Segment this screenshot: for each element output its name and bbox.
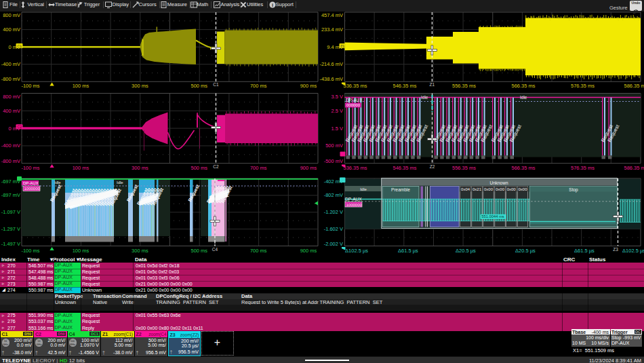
svg-text:Z2: Z2 [430, 164, 435, 169]
svg-text:i: i [272, 1, 273, 7]
svg-text:C4: C4 [212, 247, 218, 252]
svg-text:DP-AUX: DP-AUX [345, 197, 362, 202]
svg-text:-1.497 V: -1.497 V [1, 241, 20, 247]
svg-text:0x00: 0x00 [484, 187, 494, 191]
svg-text:546.35 ms: 546.35 ms [393, 83, 416, 89]
svg-text:300 ms: 300 ms [132, 83, 148, 89]
svg-text:Δ102.5 µs: Δ102.5 µs [622, 248, 644, 254]
svg-text:500 ms: 500 ms [190, 248, 207, 254]
svg-text:C1: C1 [213, 82, 219, 87]
svg-text:Z1: Z1 [430, 82, 435, 87]
svg-text:700 ms: 700 ms [250, 248, 267, 254]
svg-text:100 ms: 100 ms [73, 248, 89, 254]
svg-text:-802 mV: -802 mV [324, 192, 343, 198]
svg-text:0 mV: 0 mV [8, 126, 20, 132]
svg-text:-400 mV: -400 mV [1, 142, 20, 149]
svg-text:500 ms: 500 ms [190, 165, 207, 171]
svg-text:-100 ms: -100 ms [21, 248, 39, 254]
svg-text:Idle: Idle [117, 180, 123, 185]
svg-text:Δ102.5 µs: Δ102.5 µs [345, 248, 368, 254]
svg-text:800 mV: 800 mV [3, 94, 20, 100]
svg-text:700 ms: 700 ms [250, 83, 267, 89]
svg-text:300 ms: 300 ms [132, 248, 148, 254]
svg-text:3.5 V: 3.5 V [331, 94, 343, 100]
svg-text:-214.6 mV: -214.6 mV [319, 61, 343, 67]
svg-text:556.35 ms: 556.35 ms [452, 83, 476, 89]
svg-text:900 ms: 900 ms [300, 248, 317, 254]
svg-text:-1.602 V: -1.602 V [324, 226, 343, 232]
svg-text:556.35 ms: 556.35 ms [452, 165, 476, 171]
svg-text:-2.002 V: -2.002 V [324, 241, 343, 247]
svg-text:Z3: Z3 [613, 247, 618, 252]
svg-text:-1.202 V: -1.202 V [324, 209, 343, 215]
svg-text:Idle: Idle [421, 95, 428, 100]
svg-text:Idle: Idle [360, 187, 367, 191]
svg-text:586.35 ms: 586.35 ms [624, 165, 644, 171]
svg-text:Idle: Idle [54, 180, 61, 185]
svg-text:0x00: 0x00 [507, 187, 517, 191]
svg-text:0 mV: 0 mV [8, 44, 20, 50]
svg-text:546.35 ms: 546.35 ms [393, 165, 416, 171]
svg-text:400 mV: 400 mV [3, 108, 20, 114]
svg-text:-100 ms: -100 ms [21, 165, 39, 171]
svg-text:566.35 ms: 566.35 ms [511, 165, 535, 171]
svg-text:576.35 ms: 576.35 ms [571, 165, 595, 171]
svg-text:586.35 ms: 586.35 ms [624, 83, 644, 89]
svg-text:500 ms: 500 ms [190, 83, 207, 89]
svg-text:-1.297 V: -1.297 V [1, 226, 20, 232]
svg-text:Δ20.5 µs: Δ20.5 µs [456, 248, 476, 254]
svg-text:400 mV: 400 mV [3, 26, 20, 33]
svg-text:Stop: Stop [569, 187, 578, 193]
svg-text:-500 mV: -500 mV [324, 158, 343, 164]
svg-text:-402 mV: -402 mV [324, 178, 343, 185]
svg-text:900 ms: 900 ms [300, 165, 317, 171]
svg-text:Preamble: Preamble [391, 187, 410, 192]
svg-text:-400 mV: -400 mV [1, 61, 20, 67]
svg-text:0x21: 0x21 [472, 187, 482, 191]
svg-text:DP-AUX: DP-AUX [346, 98, 363, 102]
svg-text:0x04: 0x04 [461, 187, 470, 191]
svg-text:576.35 ms: 576.35 ms [571, 83, 595, 89]
svg-text:900 ms: 900 ms [300, 83, 317, 89]
svg-text:233.4 mV: 233.4 mV [321, 26, 343, 33]
svg-text:536.35 ms: 536.35 ms [343, 165, 367, 171]
svg-text:1000000: 1000000 [346, 203, 363, 207]
svg-text:-438.6 mV: -438.6 mV [319, 76, 343, 82]
svg-text:1000000: 1000000 [24, 187, 41, 191]
svg-text:566.35 ms: 566.35 ms [511, 83, 535, 89]
svg-text:457.4 mV: 457.4 mV [321, 12, 343, 18]
svg-text:Unknown: Unknown [489, 180, 508, 185]
svg-text:-697 mV: -697 mV [1, 178, 20, 185]
svg-text:-800 mV: -800 mV [1, 76, 20, 82]
svg-text:0x00: 0x00 [496, 187, 505, 191]
svg-text:C2: C2 [213, 164, 219, 169]
svg-text:0x00: 0x00 [518, 187, 527, 191]
svg-text:100 ms: 100 ms [73, 165, 89, 171]
svg-text:800 mV: 800 mV [3, 12, 20, 18]
svg-text:2.5 V: 2.5 V [331, 108, 343, 114]
svg-text:9.4 mV: 9.4 mV [327, 44, 343, 50]
svg-text:300 ms: 300 ms [132, 165, 148, 171]
svg-text:-1.097 V: -1.097 V [1, 209, 20, 215]
svg-text:DP-AUX: DP-AUX [23, 181, 39, 185]
svg-text:-897 mV: -897 mV [1, 192, 20, 198]
svg-text:100 ms: 100 ms [73, 83, 89, 89]
svg-text:000000: 000000 [346, 103, 361, 107]
svg-text:551.0044 ms: 551.0044 ms [481, 214, 504, 218]
svg-text:Δ20.5 µs: Δ20.5 µs [515, 248, 536, 254]
svg-text:536.35 ms: 536.35 ms [343, 83, 367, 89]
svg-text:-800 mV: -800 mV [1, 158, 20, 164]
svg-text:Δ61.5 µs: Δ61.5 µs [398, 248, 418, 254]
svg-text:Idle: Idle [520, 95, 527, 100]
svg-text:Δ61.5 µs: Δ61.5 µs [574, 248, 595, 254]
svg-text:700 ms: 700 ms [250, 165, 267, 171]
svg-text:-100 ms: -100 ms [21, 83, 39, 89]
svg-text:1.5 V: 1.5 V [331, 126, 343, 132]
svg-text:500 mV: 500 mV [325, 142, 343, 149]
